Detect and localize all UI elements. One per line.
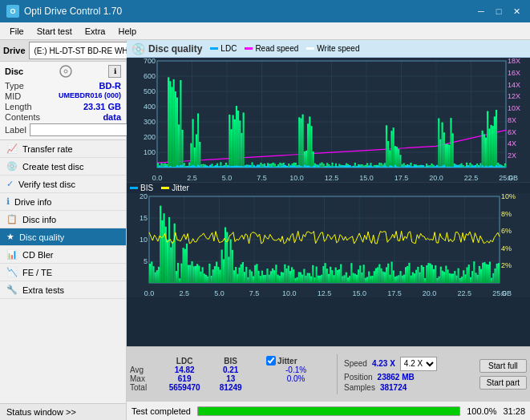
menu-bar: File Start test Extra Help — [0, 22, 530, 40]
progress-bar-fill — [198, 407, 459, 415]
jitter-checkbox[interactable] — [266, 356, 276, 365]
ldc-legend-label: LDC — [220, 44, 237, 53]
progress-label: 100.0% — [467, 406, 496, 416]
write-speed-legend-dot — [306, 47, 314, 50]
jitter-header: Jitter — [261, 356, 330, 365]
disc-section-label: Disc — [5, 67, 23, 76]
main-layout: Drive (E:) HL-DT-ST BD-RE WH16NS48 1.D3 … — [0, 40, 530, 420]
right-stats: Speed 4.23 X 4.2 X Position 23862 MB Sam… — [344, 357, 437, 392]
quality-disc-icon: 💿 — [131, 42, 145, 55]
svg-point-1 — [64, 70, 67, 73]
disc-info-icon: 📋 — [6, 214, 18, 224]
sidebar-item-fe-te[interactable]: 📉 FE / TE — [0, 264, 126, 281]
max-ldc: 619 — [158, 374, 211, 383]
verify-test-disc-label: Verify test disc — [18, 180, 75, 189]
length-value: 23.31 GB — [83, 102, 121, 111]
jitter-legend-label: Jitter — [172, 184, 189, 192]
label-input[interactable] — [30, 123, 133, 136]
speed-stat-dropdown[interactable]: 4.2 X — [400, 357, 437, 371]
length-label: Length — [5, 102, 32, 111]
bis-legend: BIS Jitter — [127, 182, 530, 193]
maximize-button[interactable]: □ — [492, 4, 506, 18]
sidebar-item-drive-info[interactable]: ℹ Drive info — [0, 193, 126, 211]
contents-value: data — [103, 112, 121, 122]
type-value: BD-R — [99, 81, 122, 91]
ldc-chart — [127, 58, 530, 182]
app-title: Opti Drive Control 1.70 — [24, 6, 122, 17]
mid-value: UMEBDR016 (000) — [59, 91, 121, 101]
bis-header: BIS — [211, 356, 250, 365]
legend: LDC Read speed Write speed — [210, 44, 359, 53]
read-speed-legend-label: Read speed — [255, 44, 298, 53]
stats-table: LDC BIS Jitter Avg 14. — [130, 356, 330, 392]
speed-stat-value: 4.23 X — [372, 359, 395, 368]
max-label: Max — [130, 374, 158, 383]
divider-1 — [337, 354, 338, 394]
drive-info-icon: ℹ — [6, 196, 10, 207]
label-label: Label — [5, 125, 26, 135]
ldc-header: LDC — [158, 356, 211, 365]
verify-test-disc-icon: ✓ — [6, 179, 14, 189]
charts-area: BIS Jitter — [127, 58, 530, 346]
read-speed-legend-dot — [245, 47, 253, 50]
speed-stat-label: Speed — [344, 359, 367, 368]
sidebar-item-cd-bler[interactable]: 📊 CD Bler — [0, 246, 126, 264]
bis-legend-dot — [130, 187, 138, 189]
sidebar-item-extra-tests[interactable]: 🔧 Extra tests — [0, 281, 126, 299]
max-jitter: 0.0% — [261, 374, 330, 383]
avg-jitter: -0.1% — [261, 365, 330, 374]
transfer-rate-label: Transfer rate — [22, 144, 73, 154]
ldc-legend-dot — [210, 47, 218, 50]
status-window-label: Status window >> — [6, 407, 76, 417]
transfer-rate-icon: 📈 — [6, 143, 18, 154]
disc-panel: Disc ℹ Type BD-R MID UMEBDR016 (000) Len… — [0, 62, 126, 140]
stats-panel: LDC BIS Jitter Avg 14. — [127, 346, 530, 401]
samples-stat-label: Samples — [344, 383, 375, 392]
quality-title: Disc quality — [148, 43, 202, 55]
mid-label: MID — [5, 91, 21, 101]
menu-start-test[interactable]: Start test — [30, 25, 79, 38]
extra-tests-icon: 🔧 — [6, 285, 18, 295]
drive-label: Drive — [3, 46, 26, 55]
position-stat-label: Position — [344, 373, 373, 382]
bis-chart — [127, 193, 530, 297]
menu-extra[interactable]: Extra — [79, 25, 112, 38]
total-bis: 81249 — [211, 383, 250, 392]
avg-ldc: 14.82 — [158, 365, 211, 374]
svg-point-0 — [60, 66, 71, 77]
total-ldc: 5659470 — [158, 383, 211, 392]
drive-info-label: Drive info — [14, 197, 51, 207]
jitter-legend-dot — [161, 187, 169, 189]
status-window-toggle[interactable]: Status window >> — [0, 403, 126, 420]
type-label: Type — [5, 81, 24, 91]
fe-te-icon: 📉 — [6, 267, 18, 277]
disc-info-label: Disc info — [22, 215, 56, 224]
menu-help[interactable]: Help — [111, 25, 143, 38]
sidebar-item-transfer-rate[interactable]: 📈 Transfer rate — [0, 140, 126, 158]
disc-quality-icon: ★ — [6, 232, 14, 242]
bottom-bar: Test completed 100.0% 31:28 — [127, 401, 530, 420]
sidebar-item-verify-test-disc[interactable]: ✓ Verify test disc — [0, 176, 126, 193]
start-full-button[interactable]: Start full — [479, 359, 527, 373]
sidebar-item-disc-info[interactable]: 📋 Disc info — [0, 211, 126, 228]
cd-bler-label: CD Bler — [22, 250, 54, 260]
bis-legend-label: BIS — [140, 184, 153, 192]
status-text: Test completed — [131, 406, 191, 416]
start-part-button[interactable]: Start part — [479, 376, 527, 390]
fe-te-label: FE / TE — [22, 268, 52, 277]
write-speed-legend-label: Write speed — [317, 44, 359, 53]
sidebar: Drive (E:) HL-DT-ST BD-RE WH16NS48 1.D3 … — [0, 40, 127, 420]
disc-info-button[interactable]: ℹ — [108, 65, 121, 78]
create-test-disc-icon: 💿 — [6, 161, 18, 172]
title-bar: O Opti Drive Control 1.70 ─ □ ✕ — [0, 0, 530, 22]
menu-file[interactable]: File — [3, 25, 30, 38]
start-buttons: Start full Start part — [479, 359, 527, 390]
sidebar-item-disc-quality[interactable]: ★ Disc quality — [0, 228, 126, 246]
sidebar-item-create-test-disc[interactable]: 💿 Create test disc — [0, 158, 126, 176]
contents-label: Contents — [5, 112, 40, 122]
close-button[interactable]: ✕ — [509, 4, 524, 18]
disc-quality-label: Disc quality — [19, 232, 64, 242]
drive-bar: Drive (E:) HL-DT-ST BD-RE WH16NS48 1.D3 … — [0, 40, 126, 62]
minimize-button[interactable]: ─ — [474, 4, 488, 18]
content-area: 💿 Disc quality LDC Read speed Write spee… — [127, 40, 530, 420]
